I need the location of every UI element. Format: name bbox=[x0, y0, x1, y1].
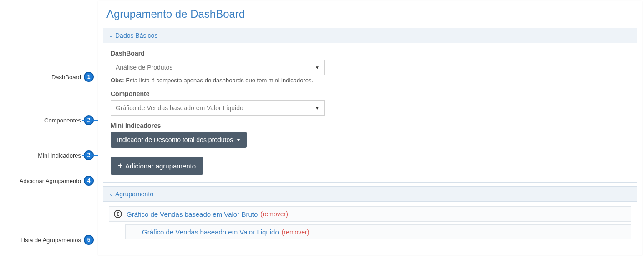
plus-icon: + bbox=[118, 161, 122, 170]
dashboard-obs: Obs: Esta lista é composta apenas de das… bbox=[111, 77, 629, 84]
annotation-label: Componentes bbox=[44, 117, 81, 124]
annotation-label: Mini Indicadores bbox=[38, 152, 81, 159]
annotation-label: DashBoard bbox=[51, 74, 81, 81]
annotation-label: Adicionar Agrupamento bbox=[20, 178, 81, 184]
agrupamento-item-title: Gráfico de Vendas baseado em Valor Liqui… bbox=[142, 228, 279, 236]
dashboard-label: DashBoard bbox=[111, 50, 629, 57]
agrupamento-list: Gráfico de Vendas baseado em Valor Bruto… bbox=[103, 202, 637, 249]
add-agrupamento-button[interactable]: + Adicionar agrupamento bbox=[111, 157, 203, 175]
obs-prefix: Obs: bbox=[111, 77, 124, 84]
chevron-down-icon: ▼ bbox=[315, 65, 319, 70]
section-basic-title: Dados Básicos bbox=[115, 32, 157, 39]
section-agrupamento: ⌄ Agrupamento Gráfico de Vendas baseado … bbox=[103, 186, 637, 249]
annotation-label: Lista de Agrupamentos bbox=[20, 237, 81, 244]
section-basic: ⌄ Dados Básicos DashBoard Análise de Pro… bbox=[103, 28, 637, 183]
page-title: Agrupamento de DashBoard bbox=[98, 1, 642, 28]
chevron-down-icon: ⌄ bbox=[109, 191, 113, 197]
form-group-mini-indicadores: Mini Indicadores Indicador de Desconto t… bbox=[111, 122, 629, 148]
dashboard-select-value: Análise de Produtos bbox=[116, 64, 172, 71]
chevron-down-icon: ▼ bbox=[315, 106, 319, 111]
remove-link[interactable]: (remover) bbox=[282, 229, 309, 236]
mini-indicadores-dropdown[interactable]: Indicador de Desconto total dos produtos bbox=[111, 132, 247, 148]
chevron-down-icon bbox=[237, 139, 240, 141]
dashboard-select[interactable]: Análise de Produtos ▼ bbox=[111, 60, 325, 75]
section-agrupamento-title: Agrupamento bbox=[115, 190, 153, 198]
agrupamento-item-child[interactable]: Gráfico de Vendas baseado em Valor Liqui… bbox=[125, 224, 631, 239]
form-group-componente: Componente Gráfico de Vendas baseado em … bbox=[111, 90, 629, 116]
section-agrupamento-header[interactable]: ⌄ Agrupamento bbox=[103, 187, 637, 202]
section-basic-body: DashBoard Análise de Produtos ▼ Obs: Est… bbox=[103, 43, 637, 182]
form-group-dashboard: DashBoard Análise de Produtos ▼ Obs: Est… bbox=[111, 50, 629, 84]
componente-select[interactable]: Gráfico de Vendas baseado em Valor Liqui… bbox=[111, 100, 325, 116]
obs-text: Esta lista é composta apenas de dashboar… bbox=[124, 77, 314, 84]
agrupamento-item-title: Gráfico de Vendas baseado em Valor Bruto bbox=[127, 210, 258, 218]
add-button-label: Adicionar agrupamento bbox=[125, 162, 196, 170]
chevron-down-icon: ⌄ bbox=[109, 32, 113, 39]
agrupamento-item[interactable]: Gráfico de Vendas baseado em Valor Bruto… bbox=[109, 206, 631, 222]
componente-select-value: Gráfico de Vendas baseado em Valor Liqui… bbox=[116, 104, 243, 112]
remove-link[interactable]: (remover) bbox=[260, 210, 288, 218]
mini-indicadores-label: Mini Indicadores bbox=[111, 122, 629, 129]
move-icon[interactable] bbox=[114, 210, 122, 218]
main-panel: Agrupamento de DashBoard ⌄ Dados Básicos… bbox=[98, 1, 642, 255]
componente-label: Componente bbox=[111, 90, 629, 97]
section-basic-header[interactable]: ⌄ Dados Básicos bbox=[103, 28, 637, 43]
mini-indicadores-text: Indicador de Desconto total dos produtos bbox=[117, 136, 233, 143]
